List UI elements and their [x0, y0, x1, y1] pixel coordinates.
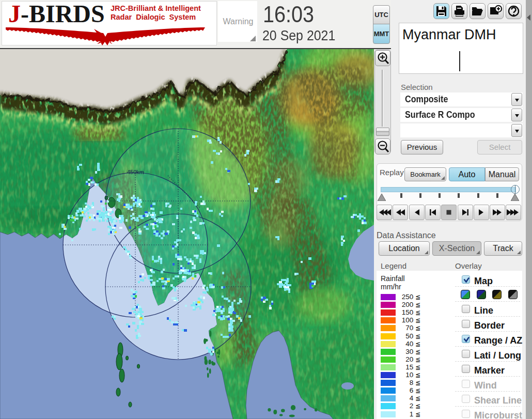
- svg-text:450km: 450km: [127, 169, 144, 175]
